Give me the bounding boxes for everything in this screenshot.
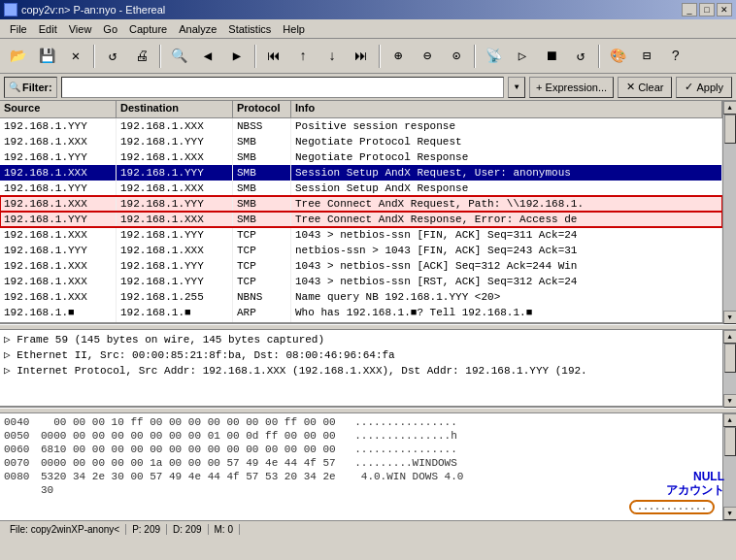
hex-scroll-track[interactable] — [723, 427, 737, 507]
cell-proto: ARP — [233, 320, 291, 322]
detail-scrollbar[interactable]: ▲ ▼ — [722, 330, 736, 408]
sep6 — [598, 45, 600, 68]
table-row[interactable]: 192.168.1.XXX 192.168.1.255 NBNS Name qu… — [0, 289, 722, 305]
print-button[interactable]: 🖨 — [128, 43, 155, 70]
filter-label: 🔍 Filter: — [4, 77, 57, 98]
sep1 — [93, 45, 95, 68]
scroll-up-arrow[interactable]: ▲ — [723, 101, 737, 115]
hex-row: 0060 10 00 00 00 00 00 00 00 00 00 00 00… — [4, 443, 719, 456]
table-row[interactable]: 192.168.1.XXX 192.168.1.YYY SMB Negotiat… — [0, 134, 722, 149]
table-row[interactable]: 192.168.1.YYY 192.168.1.XXX NBSS Positiv… — [0, 118, 722, 134]
open-button[interactable]: 📂 — [4, 43, 31, 70]
save-button[interactable]: 💾 — [33, 43, 60, 70]
filter-input[interactable] — [61, 77, 505, 98]
capture-restart-button[interactable]: ↺ — [567, 43, 594, 70]
cell-dst: 192.168.1.YYY — [117, 227, 233, 243]
colorize-button[interactable]: 🎨 — [604, 43, 631, 70]
cell-src: 192.168.1.XXX — [0, 196, 117, 212]
detail-line[interactable]: ▷ Internet Protocol, Src Addr: 192.168.1… — [4, 363, 719, 379]
menu-go[interactable]: Go — [97, 21, 123, 37]
go-forward-button[interactable]: ▶ — [223, 43, 251, 70]
go-last-button[interactable]: ⏭ — [348, 43, 375, 70]
detail-line[interactable]: ▷ Frame 59 (145 bytes on wire, 145 bytes… — [4, 332, 719, 347]
window-title: copy2v:n> P-an:nyo - Ethereal — [21, 4, 165, 16]
table-row[interactable]: 192.168.1.YYY 192.168.1.XXX SMB Negotiat… — [0, 149, 722, 165]
go-prev-button[interactable]: ↑ — [289, 43, 317, 70]
clear-filter-button[interactable]: ✕ Clear — [618, 77, 672, 98]
scroll-track[interactable] — [723, 115, 737, 311]
go-next-button[interactable]: ↓ — [318, 43, 346, 70]
table-row[interactable]: 192.168.1.XXX 192.168.1.YYY SMB Tree Con… — [0, 196, 722, 212]
capture-options-button[interactable]: ▷ — [509, 43, 536, 70]
hex-scroll-thumb[interactable] — [724, 427, 736, 456]
menu-analyze[interactable]: Analyze — [173, 21, 222, 37]
packet-rows: 192.168.1.YYY 192.168.1.XXX NBSS Positiv… — [0, 118, 722, 322]
menu-help[interactable]: Help — [277, 21, 311, 37]
detail-scroll-up[interactable]: ▲ — [723, 330, 737, 344]
packet-list-scrollbar[interactable]: ▲ ▼ — [722, 101, 736, 324]
table-row[interactable]: 192.168.1.■ 192.168.1.■ ARP 192.168.1.■ … — [0, 320, 722, 322]
zoom-out-button[interactable]: ⊖ — [414, 43, 441, 70]
go-first-button[interactable]: ⏮ — [260, 43, 287, 70]
hex-dump-container: 0040 00 00 00 10 ff 00 00 00 00 00 00 00… — [0, 413, 736, 520]
capture-ifaces-button[interactable]: 📡 — [480, 43, 507, 70]
cell-src: 192.168.1.XXX — [0, 227, 117, 243]
go-back-button[interactable]: ◀ — [194, 43, 221, 70]
cell-src: 192.168.1.■ — [0, 305, 117, 320]
cell-proto: SMB — [233, 149, 291, 165]
zoom-reset-button[interactable]: ⊙ — [443, 43, 470, 70]
detail-text: ▷ Internet Protocol, Src Addr: 192.168.1… — [4, 363, 719, 379]
find-button[interactable]: 🔍 — [165, 43, 192, 70]
capture-stop-button[interactable]: ⏹ — [538, 43, 565, 70]
menu-file[interactable]: File — [4, 21, 33, 37]
table-row[interactable]: 192.168.1.YYY 192.168.1.XXX SMB Session … — [0, 181, 722, 196]
hex-scroll-down[interactable]: ▼ — [723, 507, 737, 520]
hex-bytes: 00 00 00 00 00 00 00 00 01 00 0d ff 00 0… — [41, 429, 342, 443]
col-header-proto: Protocol — [233, 101, 291, 117]
minimize-button[interactable]: _ — [682, 3, 697, 16]
table-row[interactable]: 192.168.1.XXX 192.168.1.YYY SMB Session … — [0, 165, 722, 181]
col-header-info: Info — [291, 101, 722, 117]
cell-info: 192.168.1.■ is at 00:09:41:65:74:56 — [291, 320, 722, 322]
detail-line[interactable]: ▷ Ethernet II, Src: 00:00:85:21:8f:ba, D… — [4, 347, 719, 363]
maximize-button[interactable]: □ — [699, 3, 715, 16]
help-button[interactable]: ? — [662, 43, 689, 70]
menu-capture[interactable]: Capture — [123, 21, 173, 37]
detail-scroll-track[interactable] — [723, 344, 737, 394]
apply-filter-button[interactable]: ✓ Apply — [676, 77, 732, 98]
menu-view[interactable]: View — [63, 21, 98, 37]
close-capture-button[interactable]: ✕ — [62, 43, 89, 70]
cell-dst: 192.168.1.XXX — [117, 149, 233, 165]
menu-edit[interactable]: Edit — [33, 21, 63, 37]
cell-info: Session Setup AndX Request, User: anonym… — [291, 165, 722, 181]
scroll-thumb[interactable] — [724, 115, 736, 144]
clear-x-icon: ✕ — [626, 81, 635, 93]
hex-scrollbar[interactable]: ▲ ▼ — [722, 413, 736, 520]
toolbar: 📂 💾 ✕ ↺ 🖨 🔍 ◀ ▶ ⏮ ↑ ↓ ⏭ ⊕ ⊖ ⊙ 📡 ▷ ⏹ ↺ 🎨 … — [0, 39, 736, 74]
hex-scroll-up[interactable]: ▲ — [723, 413, 737, 427]
table-row[interactable]: 192.168.1.■ 192.168.1.■ ARP Who has 192.… — [0, 305, 722, 320]
autosize-button[interactable]: ⊟ — [633, 43, 660, 70]
cell-dst: 192.168.1.■ — [117, 305, 233, 320]
table-row[interactable]: 192.168.1.YYY 192.168.1.XXX TCP netbios-… — [0, 243, 722, 258]
table-row[interactable]: 192.168.1.XXX 192.168.1.YYY TCP 1043 > n… — [0, 227, 722, 243]
detail-scroll-thumb[interactable] — [724, 344, 736, 373]
cell-dst: 192.168.1.XXX — [117, 181, 233, 196]
titlebar-buttons[interactable]: _ □ ✕ — [682, 3, 732, 16]
close-button[interactable]: ✕ — [717, 3, 732, 16]
main-area: Source Destination Protocol Info 192.168… — [0, 101, 736, 520]
cell-src: 192.168.1.XXX — [0, 258, 117, 274]
statusbar: File: copy2winXP-anony< P: 209 D: 209 M:… — [0, 520, 736, 538]
scroll-down-arrow[interactable]: ▼ — [723, 311, 737, 324]
menu-statistics[interactable]: Statistics — [222, 21, 277, 37]
table-row[interactable]: 192.168.1.XXX 192.168.1.YYY TCP 1043 > n… — [0, 258, 722, 274]
table-row[interactable]: 192.168.1.XXX 192.168.1.YYY TCP 1043 > n… — [0, 274, 722, 289]
zoom-in-button[interactable]: ⊕ — [385, 43, 412, 70]
table-row[interactable]: 192.168.1.YYY 192.168.1.XXX SMB Tree Con… — [0, 212, 722, 227]
hex-offset: 0070 — [4, 456, 41, 470]
detail-scroll-down[interactable]: ▼ — [723, 394, 737, 408]
cell-dst: 192.168.1.XXX — [117, 243, 233, 258]
filter-dropdown[interactable]: ▼ — [508, 77, 525, 98]
reload-button[interactable]: ↺ — [99, 43, 126, 70]
expression-button[interactable]: + Expression... — [529, 77, 614, 98]
